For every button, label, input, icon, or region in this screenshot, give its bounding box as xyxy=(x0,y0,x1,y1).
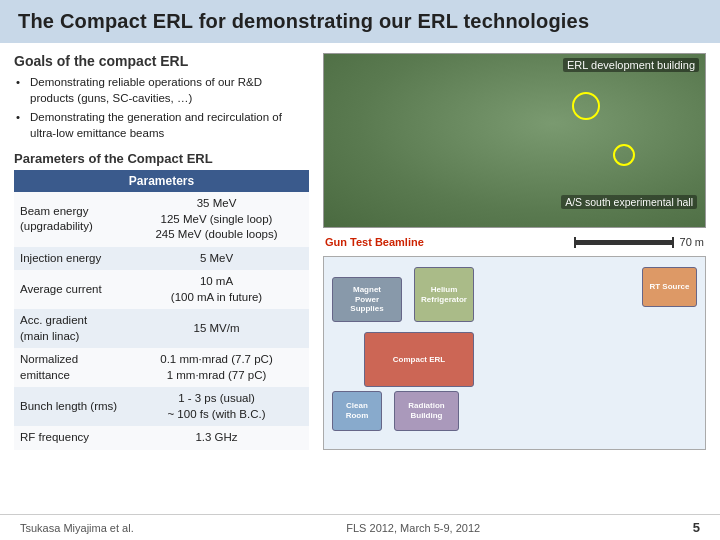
table-row: Injection energy5 MeV xyxy=(14,247,309,271)
layout-diagram: MagnetPowerSupplies HeliumRefrigerator R… xyxy=(323,256,706,450)
footer-page-number: 5 xyxy=(693,520,700,535)
table-row: Normalized emittance0.1 mm·mrad (7.7 pC)… xyxy=(14,348,309,387)
scale-bar xyxy=(574,240,674,245)
footer-conference: FLS 2012, March 5-9, 2012 xyxy=(346,522,480,534)
block-magnet: MagnetPowerSupplies xyxy=(332,277,402,322)
table-header: Parameters xyxy=(14,170,309,192)
south-hall-label: A/S south experimental hall xyxy=(561,195,697,209)
marker-circle-2 xyxy=(613,144,635,166)
block-compact-erl: Compact ERL xyxy=(364,332,474,387)
block-rt-source: RT Source xyxy=(642,267,697,307)
param-name-cell: Average current xyxy=(14,270,124,309)
param-name-cell: Beam energy (upgradability) xyxy=(14,192,124,247)
aerial-photo: ERL development building A/S south exper… xyxy=(323,53,706,228)
right-column: ERL development building A/S south exper… xyxy=(323,53,706,450)
param-value-cell: 15 MV/m xyxy=(124,309,309,348)
scale-label: 70 m xyxy=(680,236,704,248)
param-name-cell: Injection energy xyxy=(14,247,124,271)
block-helium: HeliumRefrigerator xyxy=(414,267,474,322)
goals-list: Demonstrating reliable operations of our… xyxy=(14,75,309,141)
table-row: Bunch length (rms)1 - 3 ps (usual)~ 100 … xyxy=(14,387,309,426)
table-row: RF frequency1.3 GHz xyxy=(14,426,309,450)
param-name-cell: RF frequency xyxy=(14,426,124,450)
marker-circle-1 xyxy=(572,92,600,120)
table-row: Average current10 mA(100 mA in future) xyxy=(14,270,309,309)
scale-bar-container: 70 m xyxy=(574,236,704,248)
footer: Tsukasa Miyajima et al. FLS 2012, March … xyxy=(0,514,720,540)
param-value-cell: 1.3 GHz xyxy=(124,426,309,450)
param-name-cell: Bunch length (rms) xyxy=(14,387,124,426)
aerial-label: ERL development building xyxy=(563,58,699,72)
goal-item-1: Demonstrating reliable operations of our… xyxy=(16,75,309,106)
goal-item-2: Demonstrating the generation and recircu… xyxy=(16,110,309,141)
param-value-cell: 10 mA(100 mA in future) xyxy=(124,270,309,309)
param-name-cell: Normalized emittance xyxy=(14,348,124,387)
param-value-cell: 1 - 3 ps (usual)~ 100 fs (with B.C.) xyxy=(124,387,309,426)
parameters-table: Parameters Beam energy (upgradability)35… xyxy=(14,170,309,450)
params-section-title: Parameters of the Compact ERL xyxy=(14,151,309,166)
param-value-cell: 35 MeV125 MeV (single loop)245 MeV (doub… xyxy=(124,192,309,247)
goals-title: Goals of the compact ERL xyxy=(14,53,309,69)
block-radiation-building: RadiationBuilding xyxy=(394,391,459,431)
block-clean-room: CleanRoom xyxy=(332,391,382,431)
param-value-cell: 0.1 mm·mrad (7.7 pC)1 mm·mrad (77 pC) xyxy=(124,348,309,387)
footer-author: Tsukasa Miyajima et al. xyxy=(20,522,134,534)
param-name-cell: Acc. gradient (main linac) xyxy=(14,309,124,348)
gun-test-label: Gun Test Beamline xyxy=(325,236,424,248)
table-row: Acc. gradient (main linac)15 MV/m xyxy=(14,309,309,348)
table-row: Beam energy (upgradability)35 MeV125 MeV… xyxy=(14,192,309,247)
param-value-cell: 5 MeV xyxy=(124,247,309,271)
left-column: Goals of the compact ERL Demonstrating r… xyxy=(14,53,309,450)
slide-title: The Compact ERL for demonstrating our ER… xyxy=(0,0,720,43)
layout-bg: MagnetPowerSupplies HeliumRefrigerator R… xyxy=(324,257,705,449)
